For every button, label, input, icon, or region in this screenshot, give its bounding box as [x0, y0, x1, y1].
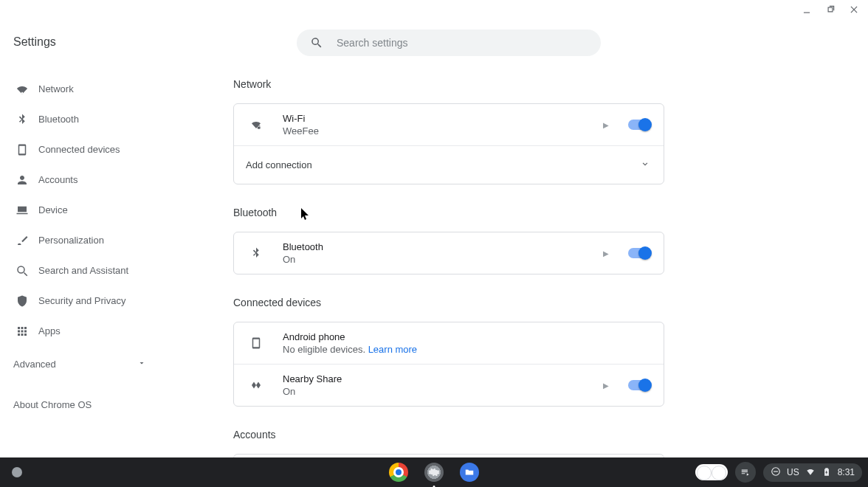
section-title-accounts: Accounts — [233, 429, 664, 441]
sidebar-item-accounts[interactable]: Accounts — [13, 165, 154, 195]
sidebar-item-label: About Chrome OS — [13, 399, 92, 410]
sidebar-item-search-assistant[interactable]: Search and Assistant — [13, 255, 154, 286]
sidebar-item-label: Accounts — [38, 174, 78, 185]
tray-playlist-icon[interactable] — [735, 462, 756, 483]
phone-icon — [15, 142, 30, 157]
wifi-lock-icon — [246, 118, 266, 131]
bluetooth-sub: On — [283, 254, 597, 265]
chevron-right-icon: ▶ — [603, 121, 609, 129]
search-icon — [310, 36, 323, 49]
sidebar-item-device[interactable]: Device — [13, 195, 154, 225]
search-input[interactable] — [337, 37, 588, 49]
taskbar-files[interactable] — [457, 460, 482, 485]
nearby-share-toggle[interactable] — [628, 380, 650, 390]
nearby-share-icon — [246, 379, 266, 392]
section-title-connected: Connected devices — [233, 297, 664, 308]
taskbar-chrome[interactable] — [386, 460, 411, 485]
section-title-bluetooth: Bluetooth — [233, 207, 664, 218]
dnd-icon — [771, 466, 781, 479]
sidebar-item-security-privacy[interactable]: Security and Privacy — [13, 286, 154, 316]
android-phone-row[interactable]: Android phone No eligible devices. Learn… — [234, 322, 664, 364]
gear-icon — [424, 463, 444, 482]
chevron-down-icon — [640, 159, 650, 171]
bluetooth-toggle[interactable] — [628, 248, 650, 258]
wifi-icon — [15, 82, 30, 97]
bluetooth-icon — [15, 112, 30, 127]
app-title: Settings — [13, 35, 154, 49]
chevron-right-icon: ▶ — [603, 381, 609, 390]
tray-status[interactable]: US 8:31 — [763, 463, 862, 482]
android-phone-label: Android phone — [283, 331, 650, 342]
sidebar-item-label: Personalization — [38, 235, 104, 246]
bluetooth-card: Bluetooth On ▶ — [233, 232, 664, 274]
sidebar-item-bluetooth[interactable]: Bluetooth — [13, 104, 154, 134]
sidebar-item-label: Network — [38, 83, 74, 94]
nearby-share-sub: On — [283, 386, 597, 397]
search-bar[interactable] — [297, 30, 601, 56]
phone-icon — [246, 336, 266, 350]
sidebar-item-label: Advanced — [13, 359, 56, 370]
search-icon — [15, 263, 30, 278]
tray-lang: US — [787, 467, 799, 477]
taskbar-settings[interactable] — [421, 460, 447, 485]
add-connection-row[interactable]: Add connection — [234, 145, 664, 184]
android-phone-subtext: No eligible devices. — [283, 344, 368, 355]
sidebar-item-advanced[interactable]: Advanced — [13, 349, 154, 379]
laptop-icon — [15, 203, 30, 218]
wifi-toggle[interactable] — [628, 120, 650, 130]
wifi-sub: WeeFee — [283, 125, 597, 137]
shield-icon — [15, 294, 30, 308]
sidebar-item-label: Bluetooth — [38, 114, 79, 125]
nearby-share-row[interactable]: Nearby Share On ▶ — [234, 364, 664, 406]
section-title-network: Network — [233, 78, 664, 90]
sidebar: Settings Network Bluetooth Connected dev… — [0, 0, 159, 457]
tray-time: 8:31 — [838, 467, 855, 477]
connected-card: Android phone No eligible devices. Learn… — [233, 322, 664, 407]
wifi-label: Wi-Fi — [283, 113, 597, 124]
chevron-right-icon: ▶ — [603, 249, 609, 258]
folder-icon — [460, 463, 479, 482]
sidebar-item-label: Security and Privacy — [38, 295, 126, 306]
wifi-row[interactable]: Wi-Fi WeeFee ▶ — [234, 104, 664, 145]
network-card: Wi-Fi WeeFee ▶ Add connection — [233, 103, 664, 184]
launcher-button[interactable] — [12, 467, 22, 477]
sidebar-item-network[interactable]: Network — [13, 74, 154, 104]
sidebar-item-label: Search and Assistant — [38, 265, 128, 276]
nearby-share-label: Nearby Share — [283, 373, 597, 384]
sidebar-item-label: Connected devices — [38, 144, 120, 155]
add-connection-label: Add connection — [246, 159, 640, 170]
chevron-down-icon — [137, 359, 146, 370]
main: Network Wi-Fi WeeFee ▶ Add connection — [159, 0, 868, 457]
nav-list: Network Bluetooth Connected devices Acco… — [13, 74, 154, 346]
battery-icon — [822, 466, 832, 479]
brush-icon — [15, 233, 30, 248]
apps-icon — [15, 324, 30, 339]
sidebar-item-connected-devices[interactable]: Connected devices — [13, 134, 154, 165]
sidebar-item-personalization[interactable]: Personalization — [13, 225, 154, 255]
bluetooth-label: Bluetooth — [283, 241, 597, 252]
svg-rect-0 — [258, 127, 261, 129]
sidebar-item-label: Apps — [38, 325, 61, 336]
sidebar-item-apps[interactable]: Apps — [13, 316, 154, 346]
tray-avatar-pill[interactable] — [695, 464, 728, 480]
person-icon — [15, 173, 30, 187]
sidebar-item-label: Device — [38, 204, 68, 215]
wifi-icon — [805, 466, 816, 479]
android-phone-sub: No eligible devices. Learn more — [283, 344, 650, 355]
bluetooth-icon — [246, 246, 266, 260]
chrome-icon — [389, 463, 408, 482]
learn-more-link[interactable]: Learn more — [368, 344, 417, 355]
taskbar: US 8:31 — [0, 457, 868, 487]
bluetooth-row[interactable]: Bluetooth On ▶ — [234, 232, 664, 274]
sidebar-item-about[interactable]: About Chrome OS — [13, 399, 154, 410]
